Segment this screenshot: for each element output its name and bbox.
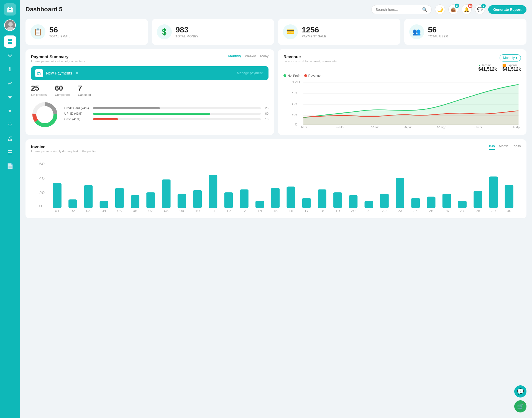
invoice-subtitle: Lorem Ipsum is simply dummy text of the … [31,150,97,153]
sidebar-item-dashboard[interactable] [4,35,16,48]
dark-mode-button[interactable]: 🌙 [435,4,445,14]
email-value: 56 [49,26,70,34]
revenue-monthly-button[interactable]: Monthly ▾ [500,54,521,61]
main-content: Dashboard 5 🔍 🌙 👜 2 🔔 12 💬 5 Generate Re… [20,0,532,418]
bar-fill-cash [93,118,118,120]
bar-track-cash [93,118,261,120]
svg-text:30: 30 [507,209,511,212]
sidebar-item-chart[interactable] [4,77,16,89]
stat-payment-info: 1256 PAYMENT SALE [302,26,326,38]
svg-rect-2 [9,9,11,10]
svg-text:20: 20 [351,209,355,212]
stat-email-info: 56 TOTAL EMAIL [49,26,70,38]
tab-monthly[interactable]: Monthly [228,54,241,59]
new-payments-count: 25 [35,69,43,77]
payment-details: Credit Card (24%) 25 UPI ID (41%) 60 Cas… [31,101,268,129]
svg-rect-91 [489,176,498,208]
fab-container: 💬 🛒 [514,385,526,412]
generate-report-button[interactable]: Generate Report [488,5,526,14]
invoice-card: Invoice Lorem Ipsum is simply dummy text… [25,139,526,218]
income-value: $41,512k [479,67,497,72]
money-icon: 💲 [157,24,172,39]
sidebar-item-settings[interactable]: ⚙ [4,49,16,61]
svg-rect-8 [8,42,10,44]
stat-card-money: 💲 983 TOTAL MONEY [152,19,274,45]
new-payments-dot [76,72,78,74]
invoice-tab-today[interactable]: Today [512,144,521,150]
invoice-tab-month[interactable]: Month [499,144,508,150]
svg-point-4 [8,22,13,27]
svg-rect-53 [193,190,202,208]
svg-rect-73 [349,195,357,208]
search-box[interactable]: 🔍 [371,5,432,14]
bar-track-credit [93,107,261,109]
completed-stat: 60 Completed [55,84,70,96]
stat-card-email: 📋 56 TOTAL EMAIL [25,19,148,45]
expense-value: $41,512k [502,67,521,72]
sidebar-item-star[interactable]: ★ [4,91,16,103]
legend-revenue: Revenue [304,74,321,77]
user-label: TOTAL USER [428,35,448,38]
fab-support-button[interactable]: 💬 [514,385,526,398]
bar-row-cash: Cash (41%) 10 [64,117,268,121]
sidebar-item-heart[interactable]: ♥ [4,105,16,117]
bell-button[interactable]: 🔔 12 [462,4,472,14]
svg-rect-45 [131,195,139,208]
sidebar-item-print[interactable]: 🖨 [4,132,16,145]
svg-text:06: 06 [133,209,137,212]
wallet-button[interactable]: 👜 2 [448,4,458,14]
fab-cart-button[interactable]: 🛒 [514,400,526,412]
stat-user-info: 56 TOTAL USER [428,26,448,38]
chat-button[interactable]: 💬 5 [475,4,485,14]
svg-text:30: 30 [292,114,297,117]
svg-text:27: 27 [460,209,464,212]
svg-text:40: 40 [39,176,45,180]
tab-weekly[interactable]: Weekly [245,54,256,59]
payment-summary-titles: Payment Summary Lorem ipsum dolor sit am… [31,54,85,63]
manage-payment-link[interactable]: Manage payment › [237,71,265,75]
invoice-tab-day[interactable]: Day [489,144,495,150]
svg-text:60: 60 [39,162,45,166]
svg-rect-77 [380,194,389,208]
svg-rect-49 [162,179,171,208]
user-icon: 👥 [409,24,424,39]
svg-text:60: 60 [292,103,297,106]
svg-text:May: May [437,126,446,129]
svg-text:21: 21 [367,209,371,212]
payment-stats-row: 25 On process 60 Completed 7 Canceled [31,84,268,96]
svg-text:Mar: Mar [370,126,379,129]
canceled-value: 7 [78,84,91,93]
bar-val-cash: 10 [263,117,268,121]
svg-text:20: 20 [39,191,45,195]
bar-fill-upi [93,113,210,115]
avatar[interactable] [4,19,16,31]
svg-text:0: 0 [295,123,298,126]
svg-text:11: 11 [211,209,215,212]
svg-rect-67 [302,198,311,208]
svg-rect-81 [411,198,420,208]
tab-today[interactable]: Today [260,54,268,59]
header-right: 🔍 🌙 👜 2 🔔 12 💬 5 Generate Report [371,4,526,14]
svg-text:05: 05 [117,209,122,212]
on-process-label: On process [31,93,47,96]
sidebar-logo[interactable] [4,3,16,16]
payment-summary-title: Payment Summary [31,54,85,59]
svg-text:25: 25 [429,209,433,212]
sidebar-item-list[interactable]: ☰ [4,146,16,158]
new-payments-bar: 25 New Payments Manage payment › [31,66,268,80]
svg-rect-65 [287,187,295,208]
sidebar-item-doc[interactable]: 📄 [4,160,16,172]
payment-icon: 💳 [283,24,298,39]
completed-value: 60 [55,84,70,93]
svg-text:04: 04 [102,209,106,212]
search-input[interactable] [375,7,420,12]
svg-rect-71 [333,192,342,208]
svg-rect-79 [396,178,404,208]
svg-text:22: 22 [382,209,387,212]
sidebar-item-heart2[interactable]: ♡ [4,119,16,131]
sidebar-item-info[interactable]: ℹ [4,63,16,75]
svg-text:10: 10 [195,209,200,212]
svg-text:28: 28 [475,209,480,212]
money-label: TOTAL MONEY [176,35,199,38]
sidebar: ⚙ ℹ ★ ♥ ♡ 🖨 ☰ 📄 [0,0,20,418]
